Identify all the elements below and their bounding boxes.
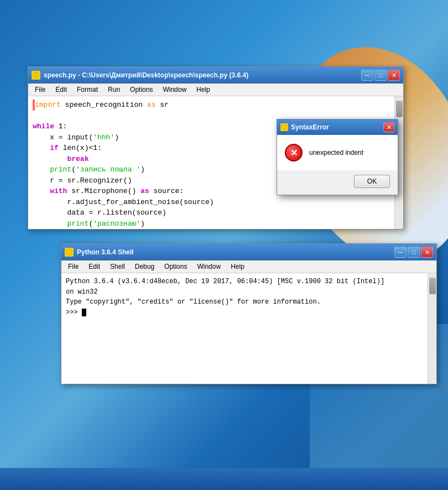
syntax-error-dialog: SyntaxError ✕ unexpected indent OK — [277, 119, 398, 195]
menu-format[interactable]: Format — [72, 85, 102, 95]
shell-minimize-btn[interactable]: ─ — [394, 247, 407, 258]
menu-help[interactable]: Help — [192, 85, 215, 95]
idle-maximize-btn[interactable]: □ — [374, 70, 387, 81]
menu-edit[interactable]: Edit — [51, 85, 71, 95]
idle-win-controls: ─ □ ✕ — [361, 70, 400, 81]
shell-close-btn[interactable]: ✕ — [421, 247, 433, 258]
shell-scrollbar-thumb[interactable] — [429, 278, 436, 294]
dialog-message: unexpected indent — [309, 149, 363, 157]
idle-title-icon: 🐍 — [32, 71, 40, 80]
dialog-title-text: SyntaxError — [291, 123, 383, 131]
svg-point-2 — [66, 249, 72, 255]
menu-file[interactable]: File — [30, 85, 50, 95]
shell-line-4: >>> — [66, 307, 423, 318]
dialog-footer: OK — [277, 170, 398, 195]
error-icon — [285, 144, 303, 161]
shell-line-1: Python 3.6.4 (v3.6.4:d48eceb, Dec 19 201… — [66, 277, 423, 287]
svg-text:🐍: 🐍 — [34, 73, 39, 78]
shell-menu-help[interactable]: Help — [226, 262, 249, 272]
idle-titlebar: 🐍 speech.py - C:\Users\Дмитрий\Desktop\s… — [28, 67, 403, 84]
python-shell-window: Python 3.6.4 Shell ─ □ ✕ File Edit Shell… — [61, 243, 437, 384]
shell-menu-edit[interactable]: Edit — [84, 262, 105, 272]
shell-menu-file[interactable]: File — [64, 262, 83, 272]
idle-menubar: File Edit Format Run Options Window Help — [28, 84, 403, 96]
dialog-body: unexpected indent — [277, 135, 398, 170]
shell-menu-options[interactable]: Options — [160, 262, 191, 272]
idle-close-btn[interactable]: ✕ — [388, 70, 400, 81]
code-line-10: r.adjust_for_ambient_noise(source) — [33, 197, 390, 208]
shell-title-icon — [65, 248, 74, 257]
code-line-1: import speech_recognition as sr — [33, 100, 390, 111]
svg-point-3 — [282, 125, 286, 129]
shell-menu-window[interactable]: Window — [192, 262, 225, 272]
shell-line-3: Type "copyright", "credits" or "license(… — [66, 297, 423, 307]
dialog-title-icon — [280, 123, 288, 131]
shell-win-controls: ─ □ ✕ — [394, 247, 433, 258]
shell-menu-shell[interactable]: Shell — [106, 262, 129, 272]
dialog-close-btn[interactable]: ✕ — [383, 122, 394, 132]
idle-scrollbar-thumb[interactable] — [396, 101, 403, 117]
taskbar — [0, 468, 448, 490]
shell-line-2: on win32 — [66, 287, 423, 298]
menu-window[interactable]: Window — [158, 85, 191, 95]
code-line-12: print('распознаю') — [33, 218, 390, 230]
shell-maximize-btn[interactable]: □ — [408, 247, 420, 258]
menu-run[interactable]: Run — [103, 85, 124, 95]
shell-titlebar: Python 3.6.4 Shell ─ □ ✕ — [61, 244, 436, 260]
shell-title-text: Python 3.6.4 Shell — [77, 248, 394, 256]
menu-options[interactable]: Options — [126, 85, 157, 95]
shell-scrollbar[interactable] — [428, 273, 436, 384]
idle-minimize-btn[interactable]: ─ — [361, 70, 373, 81]
python-shell-output[interactable]: Python 3.6.4 (v3.6.4:d48eceb, Dec 19 201… — [61, 273, 436, 384]
code-line-11: data = r.listen(source) — [33, 207, 390, 218]
shell-menubar: File Edit Shell Debug Options Window Hel… — [61, 260, 436, 273]
shell-menu-debug[interactable]: Debug — [131, 262, 159, 272]
dialog-titlebar: SyntaxError ✕ — [277, 119, 398, 135]
idle-title-text: speech.py - C:\Users\Дмитрий\Desktop\spe… — [44, 71, 361, 79]
ok-button[interactable]: OK — [354, 175, 390, 188]
